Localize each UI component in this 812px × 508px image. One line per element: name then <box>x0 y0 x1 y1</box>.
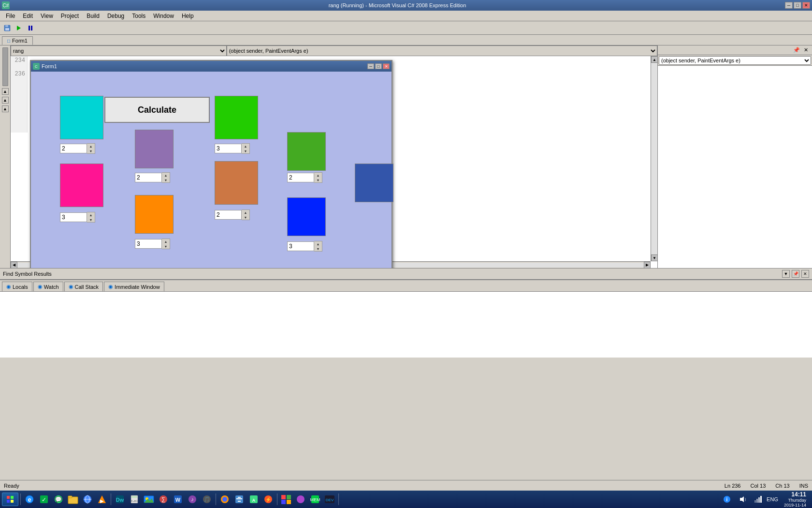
color-panel-hotpink[interactable] <box>60 164 103 207</box>
taskbar-android[interactable]: A <box>247 493 261 506</box>
color-panel-green[interactable] <box>215 96 258 139</box>
color-panel-purple[interactable] <box>135 130 174 168</box>
spinner-8-down[interactable]: ▼ <box>314 246 322 251</box>
taskbar-apple[interactable]: 🎵 <box>200 493 214 506</box>
taskbar-app1[interactable]: ⚡ <box>261 493 275 506</box>
right-panel-close[interactable]: ✕ <box>802 46 810 54</box>
color-panel-blue[interactable] <box>287 197 326 236</box>
taskbar-word[interactable]: W <box>171 493 185 506</box>
taskbar-globe[interactable] <box>81 493 94 506</box>
spinner-2-input[interactable] <box>215 144 242 153</box>
spinner-3-up[interactable]: ▲ <box>162 173 170 178</box>
scroll-down-btn[interactable]: ▼ <box>651 254 657 261</box>
calculate-button[interactable]: Calculate <box>104 97 210 123</box>
spinner-7-down[interactable]: ▼ <box>162 244 170 249</box>
spinner-1-input[interactable] <box>60 144 87 153</box>
scroll-up-btn[interactable]: ▲ <box>651 56 657 63</box>
right-panel-pin[interactable]: 📌 <box>791 46 802 54</box>
taskbar-todo[interactable]: ✓ <box>37 493 51 506</box>
tab-watch[interactable]: ◉ Watch <box>33 282 63 291</box>
minimize-button[interactable]: ─ <box>785 2 793 9</box>
spinner-7-up[interactable]: ▲ <box>162 239 170 244</box>
spinner-4-input[interactable] <box>60 212 87 222</box>
menu-build[interactable]: Build <box>83 12 103 20</box>
spinner-6-down[interactable]: ▼ <box>314 178 322 182</box>
toolbar-save-btn[interactable] <box>2 23 13 33</box>
code-dropdown-left[interactable]: rang <box>11 45 227 56</box>
spinner-6-input[interactable] <box>287 173 314 182</box>
color-panel-brown[interactable] <box>215 161 258 205</box>
vert-scrollbar[interactable]: ▲ ▼ <box>651 56 657 261</box>
taskbar-network[interactable] <box>232 493 246 506</box>
spinner-5-down[interactable]: ▼ <box>242 215 249 220</box>
tray-volume[interactable]: ) <box>736 493 749 506</box>
find-bar-close-btn[interactable]: ✕ <box>801 270 809 278</box>
tab-callstack[interactable]: ◉ Call Stack <box>64 282 103 291</box>
tray-network[interactable] <box>751 493 765 506</box>
maximize-button[interactable]: □ <box>794 2 801 9</box>
tab-form1[interactable]: □ Form1 <box>2 36 33 45</box>
taskbar-math[interactable]: ∑ <box>157 493 170 506</box>
color-panel-cyan[interactable] <box>60 96 103 139</box>
sidebar-scrollbar[interactable] <box>2 47 8 86</box>
spinner-2-up[interactable]: ▲ <box>242 144 249 149</box>
tab-locals[interactable]: ◉ Locals <box>2 282 32 291</box>
spinner-4-down[interactable]: ▼ <box>87 217 95 222</box>
spinner-6-up[interactable]: ▲ <box>314 173 322 178</box>
menu-view[interactable]: View <box>37 12 57 20</box>
code-dropdown-right[interactable]: (object sender, PaintEventArgs e) <box>227 45 657 56</box>
taskbar-dw[interactable]: Dw <box>113 493 127 506</box>
form1-close-btn[interactable]: ✕ <box>383 63 390 69</box>
spinner-3-input[interactable] <box>135 173 162 182</box>
menu-project[interactable]: Project <box>57 12 83 20</box>
menu-file[interactable]: File <box>2 12 19 20</box>
sidebar-arrow-up[interactable]: ▲ <box>2 88 9 95</box>
spinner-4-up[interactable]: ▲ <box>87 212 95 217</box>
taskbar-photo[interactable] <box>142 493 156 506</box>
line-num-235 <box>13 64 25 71</box>
menu-window[interactable]: Window <box>149 12 178 20</box>
spinner-5-input[interactable] <box>215 210 242 220</box>
start-button[interactable] <box>2 493 18 506</box>
sidebar-arrow-mid[interactable]: ▲ <box>2 97 9 104</box>
close-button[interactable]: ✕ <box>802 2 810 9</box>
tab-immediate[interactable]: ◉ Immediate Window <box>104 282 164 291</box>
taskbar-media[interactable]: ▶ <box>95 493 109 506</box>
taskbar-files[interactable] <box>66 493 80 506</box>
color-panel-darkblue[interactable] <box>355 164 393 202</box>
spinner-3-down[interactable]: ▼ <box>162 178 170 182</box>
find-bar-dropdown-btn[interactable]: ▼ <box>782 270 790 278</box>
taskbar-calc[interactable]: +-×÷ <box>128 493 141 506</box>
color-panel-lime[interactable] <box>287 132 326 171</box>
tray-info[interactable]: i <box>720 493 734 506</box>
spinner-5-up[interactable]: ▲ <box>242 210 249 215</box>
taskbar-color[interactable] <box>279 493 293 506</box>
taskbar-firefox[interactable] <box>218 493 232 506</box>
toolbar-pause-btn[interactable] <box>25 23 36 33</box>
menu-edit[interactable]: Edit <box>19 12 37 20</box>
form1-max-btn[interactable]: □ <box>375 63 382 69</box>
taskbar-dev[interactable]: DEV <box>323 493 336 506</box>
taskbar-whatsapp[interactable]: 💬 <box>52 493 65 506</box>
spinner-1-up[interactable]: ▲ <box>87 144 95 149</box>
form1-min-btn[interactable]: ─ <box>367 63 374 69</box>
sidebar-arrow-down[interactable]: ▲ <box>2 105 9 112</box>
spinner-8-input[interactable] <box>287 241 314 251</box>
spinner-7-input[interactable] <box>135 239 162 249</box>
menu-debug[interactable]: Debug <box>103 12 128 20</box>
taskbar-music[interactable]: ♪ <box>186 493 199 506</box>
taskbar-ie[interactable]: e <box>23 493 36 506</box>
taskbar-purple[interactable] <box>294 493 307 506</box>
taskbar-mem[interactable]: MEM <box>308 493 322 506</box>
toolbar-start-btn[interactable] <box>14 23 24 33</box>
scroll-right-btn[interactable]: ▶ <box>644 262 651 269</box>
spinner-2-down[interactable]: ▼ <box>242 149 249 153</box>
find-bar-pin-btn[interactable]: 📌 <box>792 270 799 278</box>
menu-help[interactable]: Help <box>178 12 198 20</box>
spinner-1-down[interactable]: ▼ <box>87 149 95 153</box>
right-dropdown[interactable]: (object sender, PaintEventArgs e) <box>659 56 811 65</box>
spinner-8-up[interactable]: ▲ <box>314 241 322 246</box>
color-panel-orange[interactable] <box>135 195 174 234</box>
menu-tools[interactable]: Tools <box>128 12 149 20</box>
scroll-left-btn[interactable]: ◀ <box>11 262 17 269</box>
